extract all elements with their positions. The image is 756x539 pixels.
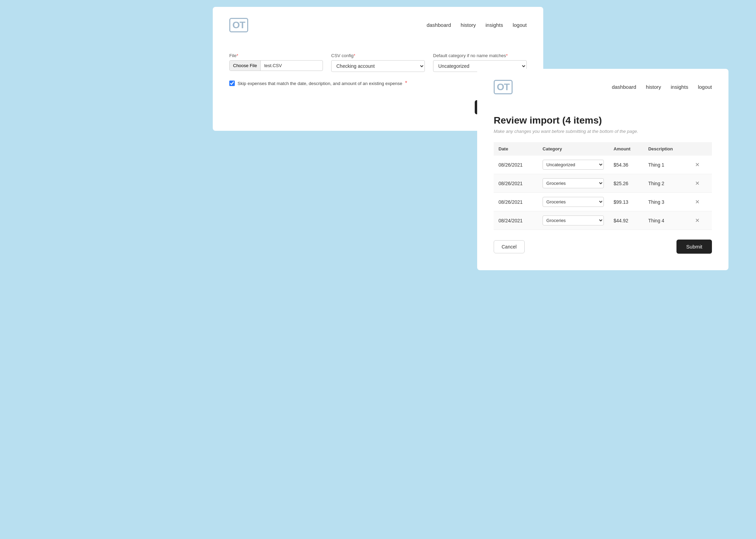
review-title: Review import (4 items): [494, 115, 712, 126]
nav-dashboard-2[interactable]: dashboard: [612, 84, 636, 90]
nav-insights[interactable]: insights: [485, 22, 503, 28]
table-row: 08/26/2021UncategorizedGroceriesEntertai…: [494, 174, 712, 193]
csv-config-select[interactable]: Checking account Savings account Credit …: [331, 60, 425, 72]
category-select-0[interactable]: UncategorizedGroceriesEntertainmentUtili…: [543, 160, 604, 170]
col-description: Description: [643, 142, 688, 156]
nav-logout[interactable]: logout: [513, 22, 527, 28]
file-group: File* Choose File test.CSV: [229, 53, 323, 72]
row-category-3: UncategorizedGroceriesEntertainmentUtili…: [538, 211, 609, 230]
csv-config-group: CSV config* Checking account Savings acc…: [331, 53, 425, 72]
row-amount-3: $44.92: [609, 211, 643, 230]
row-date-2: 08/26/2021: [494, 193, 538, 211]
nav-insights-2[interactable]: insights: [671, 84, 688, 90]
review-import-card: OT dashboard history insights logout Rev…: [477, 69, 728, 270]
file-label: File*: [229, 53, 323, 58]
csv-config-label: CSV config*: [331, 53, 425, 58]
app-logo: OT: [229, 18, 248, 32]
row-category-0: UncategorizedGroceriesEntertainmentUtili…: [538, 156, 609, 174]
remove-row-button-2[interactable]: ✕: [693, 198, 702, 206]
table-body: 08/26/2021UncategorizedGroceriesEntertai…: [494, 156, 712, 230]
table-header: Date Category Amount Description: [494, 142, 712, 156]
nav-history[interactable]: history: [461, 22, 476, 28]
top-nav-2: OT dashboard history insights logout: [494, 80, 712, 94]
row-description-3: Thing 4: [643, 211, 688, 230]
row-amount-1: $25.26: [609, 174, 643, 193]
cancel-button[interactable]: Cancel: [494, 240, 525, 253]
row-amount-2: $99.13: [609, 193, 643, 211]
table-row: 08/24/2021UncategorizedGroceriesEntertai…: [494, 211, 712, 230]
skip-checkbox[interactable]: [229, 81, 235, 86]
nav-links-2: dashboard history insights logout: [612, 84, 712, 90]
top-nav: OT dashboard history insights logout: [229, 18, 527, 32]
row-amount-0: $54.36: [609, 156, 643, 174]
choose-file-button[interactable]: Choose File: [230, 61, 261, 71]
nav-logout-2[interactable]: logout: [698, 84, 712, 90]
nav-dashboard[interactable]: dashboard: [427, 22, 451, 28]
file-name-display: test.CSV: [261, 61, 285, 71]
col-amount: Amount: [609, 142, 643, 156]
col-actions: [688, 142, 712, 156]
skip-label: Skip expenses that match the date, descr…: [238, 81, 402, 86]
category-select-1[interactable]: UncategorizedGroceriesEntertainmentUtili…: [543, 178, 604, 188]
row-remove-cell-1: ✕: [688, 174, 712, 193]
row-remove-cell-3: ✕: [688, 211, 712, 230]
row-description-2: Thing 3: [643, 193, 688, 211]
file-input-wrapper: Choose File test.CSV: [229, 60, 323, 71]
review-subtitle: Make any changes you want before submitt…: [494, 129, 712, 134]
default-category-label: Default category if no name matches*: [433, 53, 527, 58]
remove-row-button-0[interactable]: ✕: [693, 161, 702, 169]
category-select-2[interactable]: UncategorizedGroceriesEntertainmentUtili…: [543, 197, 604, 207]
skip-required: *: [405, 80, 407, 86]
row-category-1: UncategorizedGroceriesEntertainmentUtili…: [538, 174, 609, 193]
category-select-3[interactable]: UncategorizedGroceriesEntertainmentUtili…: [543, 215, 604, 225]
row-remove-cell-0: ✕: [688, 156, 712, 174]
row-description-1: Thing 2: [643, 174, 688, 193]
nav-links: dashboard history insights logout: [427, 22, 527, 28]
row-date-1: 08/26/2021: [494, 174, 538, 193]
row-date-0: 08/26/2021: [494, 156, 538, 174]
table-row: 08/26/2021UncategorizedGroceriesEntertai…: [494, 156, 712, 174]
col-date: Date: [494, 142, 538, 156]
remove-row-button-3[interactable]: ✕: [693, 216, 702, 224]
table-row: 08/26/2021UncategorizedGroceriesEntertai…: [494, 193, 712, 211]
row-remove-cell-2: ✕: [688, 193, 712, 211]
row-description-0: Thing 1: [643, 156, 688, 174]
form2-actions: Cancel Submit: [494, 240, 712, 254]
app-logo-2: OT: [494, 80, 513, 94]
submit-button[interactable]: Submit: [676, 240, 712, 254]
remove-row-button-1[interactable]: ✕: [693, 179, 702, 187]
row-category-2: UncategorizedGroceriesEntertainmentUtili…: [538, 193, 609, 211]
import-table: Date Category Amount Description 08/26/2…: [494, 142, 712, 230]
nav-history-2[interactable]: history: [646, 84, 661, 90]
row-date-3: 08/24/2021: [494, 211, 538, 230]
col-category: Category: [538, 142, 609, 156]
